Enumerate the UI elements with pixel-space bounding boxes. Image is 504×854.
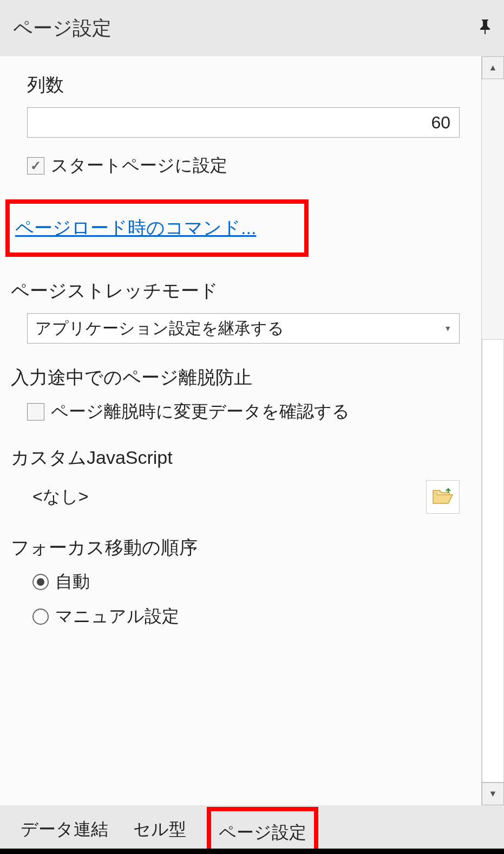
startpage-label: スタートページに設定 xyxy=(51,154,227,178)
vertical-scrollbar[interactable]: ▲ ▼ xyxy=(481,56,504,805)
leave-prevent-group: 入力途中でのページ離脱防止 ページ離脱時に変更データを確認する xyxy=(27,365,460,424)
folder-open-icon xyxy=(432,488,454,506)
custom-js-row: <なし> xyxy=(27,480,460,514)
columns-label: 列数 xyxy=(27,73,460,98)
focus-manual-radio[interactable] xyxy=(32,609,49,625)
panel-header: ページ設定 xyxy=(0,0,504,56)
columns-group: 列数 スタートページに設定 xyxy=(27,73,460,178)
chevron-down-icon: ▼ xyxy=(444,324,451,333)
leave-confirm-label: ページ離脱時に変更データを確認する xyxy=(51,400,350,424)
scroll-track[interactable] xyxy=(482,79,504,782)
custom-js-placeholder: <なし> xyxy=(32,485,88,509)
focus-manual-label: マニュアル設定 xyxy=(55,605,179,629)
focus-auto-row[interactable]: 自動 xyxy=(32,570,460,594)
stretch-mode-dropdown[interactable]: アプリケーション設定を継承する ▼ xyxy=(27,313,460,344)
panel-title: ページ設定 xyxy=(13,15,112,42)
leave-confirm-row[interactable]: ページ離脱時に変更データを確認する xyxy=(27,400,460,424)
custom-js-title: カスタムJavaScript xyxy=(11,445,460,470)
settings-content: 列数 スタートページに設定 ページロード時のコマンド... ページストレッチモー… xyxy=(0,56,481,805)
highlight-pageload: ページロード時のコマンド... xyxy=(5,199,309,257)
focus-order-title: フォーカス移動の順序 xyxy=(11,535,460,560)
pageload-command-link[interactable]: ページロード時のコマンド... xyxy=(15,217,256,238)
stretch-mode-group: ページストレッチモード アプリケーション設定を継承する ▼ xyxy=(27,279,460,344)
focus-order-group: フォーカス移動の順序 自動 マニュアル設定 xyxy=(27,535,460,629)
startpage-row[interactable]: スタートページに設定 xyxy=(27,154,460,178)
leave-confirm-checkbox[interactable] xyxy=(27,403,44,420)
focus-auto-radio[interactable] xyxy=(32,574,49,590)
scroll-up-arrow[interactable]: ▲ xyxy=(482,56,504,79)
content-wrapper: 列数 スタートページに設定 ページロード時のコマンド... ページストレッチモー… xyxy=(0,56,504,805)
columns-input[interactable] xyxy=(27,107,460,138)
tab-page-settings[interactable]: ページ設定 xyxy=(207,807,318,854)
open-folder-button[interactable] xyxy=(426,480,460,514)
startpage-checkbox[interactable] xyxy=(27,157,44,174)
stretch-mode-label: ページストレッチモード xyxy=(11,279,460,303)
focus-manual-row[interactable]: マニュアル設定 xyxy=(32,605,460,629)
scroll-thumb[interactable] xyxy=(482,339,504,782)
bottom-tab-bar: データ連結 セル型 ページ設定 xyxy=(0,805,504,854)
scroll-down-arrow[interactable]: ▼ xyxy=(482,782,504,805)
bottom-border xyxy=(0,849,504,854)
pin-icon[interactable] xyxy=(479,18,491,38)
tab-data-link[interactable]: データ連結 xyxy=(16,811,113,848)
stretch-mode-selected: アプリケーション設定を継承する xyxy=(35,318,284,340)
leave-prevent-title: 入力途中でのページ離脱防止 xyxy=(11,365,460,390)
tab-cell-type[interactable]: セル型 xyxy=(129,811,191,848)
custom-js-group: カスタムJavaScript <なし> xyxy=(27,445,460,514)
focus-auto-label: 自動 xyxy=(55,570,90,594)
